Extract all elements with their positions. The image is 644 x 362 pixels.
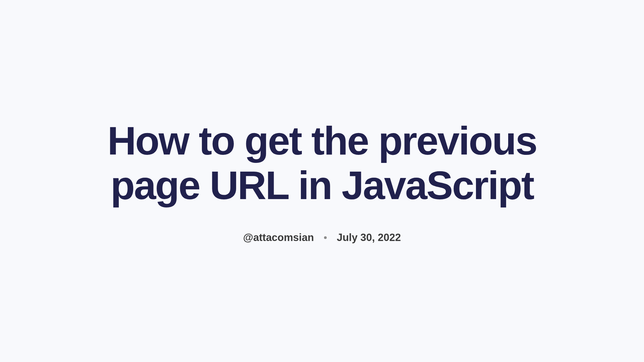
article-date: July 30, 2022 [337,232,401,244]
article-author: @attacomsian [243,232,314,244]
article-meta: @attacomsian July 30, 2022 [243,232,401,244]
separator-dot [324,236,327,239]
article-header: How to get the previous page URL in Java… [0,118,644,244]
article-title: How to get the previous page URL in Java… [87,118,557,208]
